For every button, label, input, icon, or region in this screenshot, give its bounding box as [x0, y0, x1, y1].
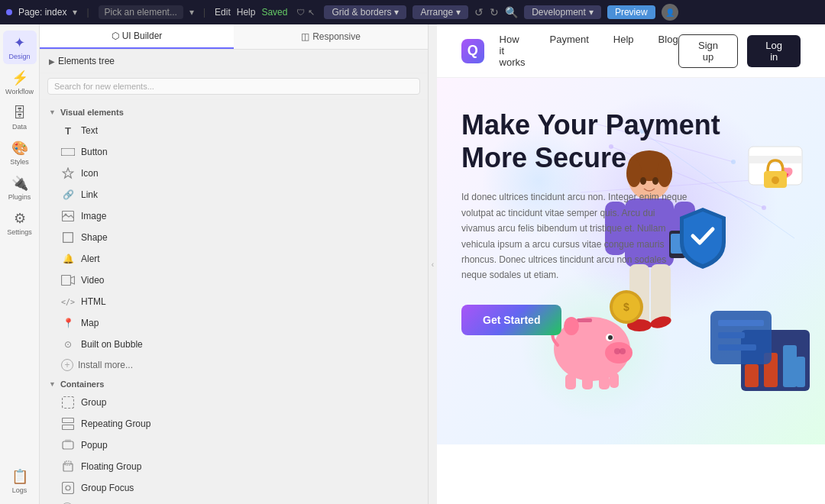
element-image[interactable]: Image	[43, 205, 425, 227]
tab-responsive[interactable]: ◫ Responsive	[234, 24, 428, 49]
search-icon[interactable]: 🔍	[505, 6, 518, 18]
element-built-on-bubble-label: Built on Bubble	[81, 339, 143, 350]
elements-panel: ⬡ UI Builder ◫ Responsive ▶ Elements tre…	[40, 24, 428, 504]
page-dropdown-icon[interactable]: ▾	[73, 7, 77, 18]
element-map[interactable]: 📍 Map	[43, 312, 425, 334]
visual-elements-header[interactable]: ▼ Visual elements	[40, 103, 428, 120]
svg-rect-8	[63, 441, 73, 449]
image-icon	[61, 209, 75, 223]
element-group-label: Group	[81, 397, 106, 408]
text-icon: T	[61, 124, 75, 137]
ui-builder-icon: ⬡	[112, 31, 119, 41]
element-video-label: Video	[81, 275, 104, 286]
element-html[interactable]: </> HTML	[43, 291, 425, 312]
login-label: Log in	[765, 40, 782, 63]
install-more-containers[interactable]: + Install more...	[43, 499, 425, 504]
button-icon	[61, 145, 75, 159]
nav-design-label: Design	[8, 53, 30, 60]
install-more-visual-icon: +	[61, 359, 73, 371]
preview-logo: Q	[461, 39, 484, 63]
link-icon: 🔗	[61, 188, 75, 202]
element-repeating-group[interactable]: Repeating Group	[43, 413, 425, 435]
element-link[interactable]: 🔗 Link	[43, 184, 425, 205]
element-alert-label: Alert	[81, 254, 100, 264]
signup-label: Sign up	[698, 40, 718, 63]
grid-borders-btn[interactable]: Grid & borders ▾	[324, 5, 406, 19]
grid-dropdown-icon: ▾	[394, 7, 399, 18]
element-repeating-group-label: Repeating Group	[81, 418, 150, 429]
nav-styles[interactable]: 🎨 Styles	[3, 136, 37, 170]
nav-payment[interactable]: Payment	[550, 34, 589, 68]
logo-text: Q	[467, 43, 478, 59]
element-video[interactable]: Video	[43, 270, 425, 291]
element-icon[interactable]: Icon	[43, 163, 425, 184]
element-alert[interactable]: 🔔 Alert	[43, 248, 425, 270]
development-label: Development	[532, 7, 586, 18]
tab-responsive-label: Responsive	[312, 31, 361, 42]
svg-rect-51	[599, 376, 610, 389]
element-group-focus[interactable]: Group Focus	[43, 477, 425, 499]
nav-how-it-works[interactable]: How it works	[500, 34, 526, 68]
element-shape-label: Shape	[81, 232, 108, 243]
nav-blog[interactable]: Blog	[658, 34, 678, 68]
redo-icon[interactable]: ↻	[490, 6, 499, 18]
collapse-handle[interactable]: ‹	[428, 24, 437, 504]
svg-rect-5	[63, 397, 74, 409]
arrange-dropdown-icon: ▾	[456, 7, 461, 18]
element-text[interactable]: T Text	[43, 120, 425, 141]
search-input[interactable]	[47, 78, 420, 95]
dev-dropdown-icon: ▾	[589, 7, 594, 18]
nav-data[interactable]: 🗄 Data	[3, 101, 37, 134]
sidebar-tabs: ⬡ UI Builder ◫ Responsive	[40, 24, 428, 50]
login-button[interactable]: Log in	[747, 35, 801, 67]
element-popup-label: Popup	[81, 440, 108, 451]
signup-button[interactable]: Sign up	[678, 34, 739, 68]
preview-navbar: Q How it works Payment Help Blog Sign up…	[437, 24, 825, 78]
icon-nav: ✦ Design ⚡ Workflow 🗄 Data 🎨 Styles 🔌 Pl…	[0, 24, 40, 504]
pick-dropdown-icon[interactable]: ▾	[189, 7, 194, 18]
development-btn[interactable]: Development ▾	[524, 5, 601, 19]
user-avatar[interactable]: 👤	[662, 4, 678, 21]
edit-btn[interactable]: Edit	[215, 7, 231, 18]
tab-ui-builder[interactable]: ⬡ UI Builder	[40, 24, 234, 49]
element-button[interactable]: Button	[43, 141, 425, 163]
preview-btn[interactable]: Preview	[607, 5, 655, 19]
pick-element[interactable]: Pick an element...	[99, 5, 183, 19]
tab-ui-builder-label: UI Builder	[122, 31, 163, 41]
nav-settings[interactable]: ⚙ Settings	[3, 206, 37, 240]
nav-design[interactable]: ✦ Design	[3, 31, 37, 64]
element-built-on-bubble[interactable]: ⊙ Built on Bubble	[43, 334, 425, 355]
element-floating-group[interactable]: Floating Group	[43, 456, 425, 477]
element-shape[interactable]: Shape	[43, 227, 425, 248]
element-group[interactable]: Group	[43, 392, 425, 413]
data-icon: 🗄	[13, 105, 27, 121]
nav-help[interactable]: Help	[613, 34, 634, 68]
search-bar	[40, 73, 428, 100]
help-btn[interactable]: Help	[237, 7, 256, 18]
hero-cta-button[interactable]: Get Started	[461, 305, 561, 335]
hero-title: Make Your Payment More Secure	[461, 108, 736, 174]
hero-content: Make Your Payment More Secure Id donec u…	[461, 108, 736, 335]
nav-workflow-label: Workflow	[5, 88, 34, 95]
workflow-icon: ⚡	[11, 69, 28, 86]
alert-icon: 🔔	[61, 252, 75, 266]
element-popup[interactable]: Popup	[43, 435, 425, 456]
preview-hero: Make Your Payment More Secure Id donec u…	[437, 78, 825, 444]
elements-list: ▼ Visual elements T Text Button Icon	[40, 100, 428, 504]
elements-tree-header[interactable]: ▶ Elements tree	[40, 50, 428, 73]
undo-icon[interactable]: ↺	[474, 6, 484, 18]
containers-header[interactable]: ▼ Containers	[40, 375, 428, 392]
arrange-btn[interactable]: Arrange ▾	[412, 5, 468, 19]
svg-rect-62	[796, 357, 805, 387]
element-group-focus-label: Group Focus	[81, 483, 134, 493]
nav-workflow[interactable]: ⚡ Workflow	[3, 66, 37, 99]
install-more-visual[interactable]: + Install more...	[43, 355, 425, 375]
nav-styles-label: Styles	[10, 158, 29, 166]
containers-label: Containers	[60, 380, 104, 389]
svg-point-44	[620, 348, 626, 354]
nav-logs[interactable]: 📋 Logs	[3, 464, 37, 498]
elements-tree-label: Elements tree	[58, 56, 115, 66]
nav-plugins[interactable]: 🔌 Plugins	[3, 171, 37, 205]
svg-rect-3	[63, 233, 73, 243]
responsive-icon: ◫	[301, 31, 309, 42]
